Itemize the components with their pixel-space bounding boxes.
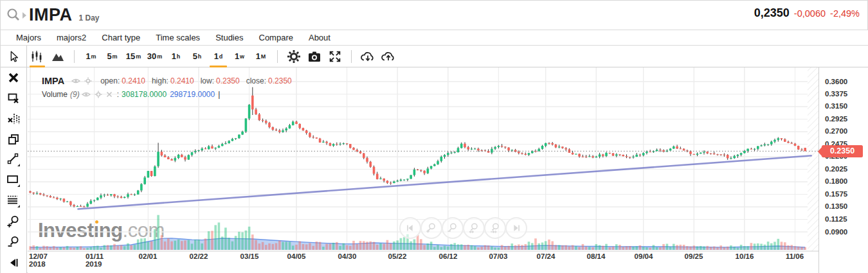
volume-settings-button[interactable] bbox=[95, 91, 102, 98]
last-price: 0,2350 bbox=[754, 6, 790, 20]
volume-period: (9) bbox=[70, 90, 80, 99]
timeframe-1d-button[interactable]: 1d bbox=[208, 48, 229, 65]
series-settings-button[interactable] bbox=[84, 77, 92, 85]
remove-volume-button[interactable] bbox=[106, 91, 113, 98]
x-axis-label: 06/12 bbox=[439, 252, 458, 260]
timeframe-5h-button[interactable]: 5h bbox=[186, 48, 208, 65]
x-axis-label: 10/16 bbox=[736, 252, 754, 260]
x-axis-label: 08/14 bbox=[587, 252, 606, 260]
save-chart-button[interactable] bbox=[357, 48, 378, 65]
jump-to-end-button[interactable] bbox=[505, 217, 527, 239]
clone-drawing-button[interactable] bbox=[6, 133, 21, 146]
zoom-in-tool-button[interactable] bbox=[6, 215, 21, 228]
timeframe-1h-button[interactable]: 1h bbox=[165, 48, 186, 65]
settings-button[interactable] bbox=[284, 48, 304, 65]
drawing-tools-sidebar bbox=[1, 67, 27, 273]
toolbar-divider bbox=[74, 50, 75, 63]
remove-all-drawings-button[interactable] bbox=[6, 71, 21, 84]
volume-label: Volume bbox=[42, 90, 68, 99]
open-value: 0.2410 bbox=[122, 76, 145, 85]
timeframe-1M-button[interactable]: 1M bbox=[250, 48, 271, 65]
menu-majors2[interactable]: majors2 bbox=[49, 33, 94, 42]
header: IMPA 1 Day 0,2350 -0,0060 -2,49% bbox=[1, 1, 868, 30]
menu-chart-type[interactable]: Chart type bbox=[94, 33, 148, 42]
cloud-upload-icon bbox=[381, 50, 396, 63]
horizontal-lines-icon bbox=[6, 194, 21, 208]
pan-left-tool-button[interactable] bbox=[6, 256, 21, 269]
toggle-volume-visibility-button[interactable] bbox=[82, 91, 91, 98]
close-icon bbox=[106, 91, 113, 98]
timeframe-1m-button[interactable]: 1m bbox=[80, 48, 102, 65]
menu-majors[interactable]: Majors bbox=[8, 33, 49, 42]
fullscreen-button[interactable] bbox=[325, 48, 345, 65]
area-chart-type-button[interactable] bbox=[48, 48, 68, 65]
candlestick-chart-type-button[interactable] bbox=[28, 48, 47, 65]
menu-time-scales[interactable]: Time scales bbox=[148, 33, 208, 42]
skip-start-icon bbox=[404, 222, 417, 234]
remove-indicators-button[interactable] bbox=[6, 112, 21, 125]
timeframe-30m-button[interactable]: 30m bbox=[144, 48, 165, 65]
cursor-arrow-icon bbox=[7, 50, 20, 63]
y-axis-label: 0.0900 bbox=[825, 228, 847, 236]
open-label: open: bbox=[100, 76, 120, 85]
trend-line-tool-button[interactable] bbox=[6, 154, 21, 166]
timeframe-15m-button[interactable]: 15m bbox=[123, 48, 144, 65]
y-axis-label: 0.1350 bbox=[825, 202, 847, 210]
menu-about[interactable]: About bbox=[301, 33, 338, 42]
symbol-title: IMPA bbox=[29, 5, 73, 25]
low-value: 0.2350 bbox=[216, 76, 240, 85]
area-chart-icon bbox=[51, 50, 65, 63]
chart-navigation bbox=[399, 217, 527, 239]
zoom-out-icon bbox=[7, 236, 20, 249]
high-value: 0.2410 bbox=[170, 76, 194, 85]
close-label: close: bbox=[246, 76, 266, 85]
zoom-reset-icon bbox=[489, 222, 502, 234]
menu-studies[interactable]: Studies bbox=[208, 33, 251, 42]
menu-compare[interactable]: Compare bbox=[251, 33, 301, 42]
zoom-out-tool-button[interactable] bbox=[6, 236, 21, 249]
volume-value-green: 308178.0000 bbox=[122, 90, 167, 99]
y-axis-label: 0.3600 bbox=[825, 78, 847, 85]
zoom-horizontal-button[interactable] bbox=[463, 217, 485, 239]
x-axis-label: 02/01 bbox=[139, 252, 158, 260]
price-axis[interactable]: 0.2350 0.36000.33750.31500.29250.27000.2… bbox=[818, 67, 868, 273]
y-axis-label: 0.1800 bbox=[825, 177, 847, 185]
shape-tool-button[interactable] bbox=[6, 174, 21, 187]
snapshot-button[interactable] bbox=[304, 48, 325, 65]
breadcrumb-caret-icon bbox=[23, 10, 26, 21]
jump-to-start-button[interactable] bbox=[399, 217, 421, 239]
toggle-visibility-button[interactable] bbox=[71, 78, 80, 84]
x-axis-label: 03/15 bbox=[240, 252, 259, 260]
zoom-in-icon bbox=[425, 222, 438, 234]
timeframe-label: 1 Day bbox=[79, 13, 100, 22]
y-axis-label: 0.2700 bbox=[825, 127, 847, 135]
x-axis-label: 09/25 bbox=[685, 252, 703, 260]
x-axis-label: 09/04 bbox=[635, 252, 653, 260]
last-price-tag: 0.2350 bbox=[822, 145, 863, 157]
zoom-reset-button[interactable] bbox=[484, 217, 506, 239]
zoom-out-button[interactable] bbox=[442, 217, 464, 239]
cloud-download-icon bbox=[360, 50, 375, 63]
price-change-percent: -2,49% bbox=[830, 8, 860, 19]
eye-icon bbox=[82, 91, 91, 98]
zoom-in-icon bbox=[7, 215, 20, 228]
zoom-in-button[interactable] bbox=[420, 217, 442, 239]
x-axis-label: 07/03 bbox=[489, 252, 508, 260]
rectangle-tool-icon bbox=[6, 173, 21, 188]
legend-symbol: IMPA bbox=[42, 76, 64, 86]
fibonacci-lines-tool-button[interactable] bbox=[6, 195, 21, 207]
chart-area[interactable]: Investıng.com IMPA open:0.2410 high:0.24… bbox=[28, 67, 818, 273]
load-chart-button[interactable] bbox=[378, 48, 399, 65]
remove-selected-drawing-button[interactable] bbox=[6, 92, 21, 105]
search-icon[interactable] bbox=[6, 7, 21, 22]
delete-x-icon bbox=[8, 72, 19, 84]
remove-indicators-icon bbox=[7, 112, 20, 125]
x-axis[interactable]: 12/07 201801/11 201902/0102/2203/1504/05… bbox=[28, 252, 818, 272]
timeframe-1w-button[interactable]: 1w bbox=[229, 48, 250, 65]
fullscreen-icon bbox=[328, 49, 342, 64]
timeframe-5m-button[interactable]: 5m bbox=[102, 48, 123, 65]
chart-legend: IMPA open:0.2410 high:0.2410 low:0.2350 … bbox=[42, 74, 292, 101]
x-axis-label: 05/22 bbox=[388, 252, 407, 260]
candlestick-icon bbox=[30, 50, 44, 63]
cursor-tool-button[interactable] bbox=[1, 46, 27, 67]
